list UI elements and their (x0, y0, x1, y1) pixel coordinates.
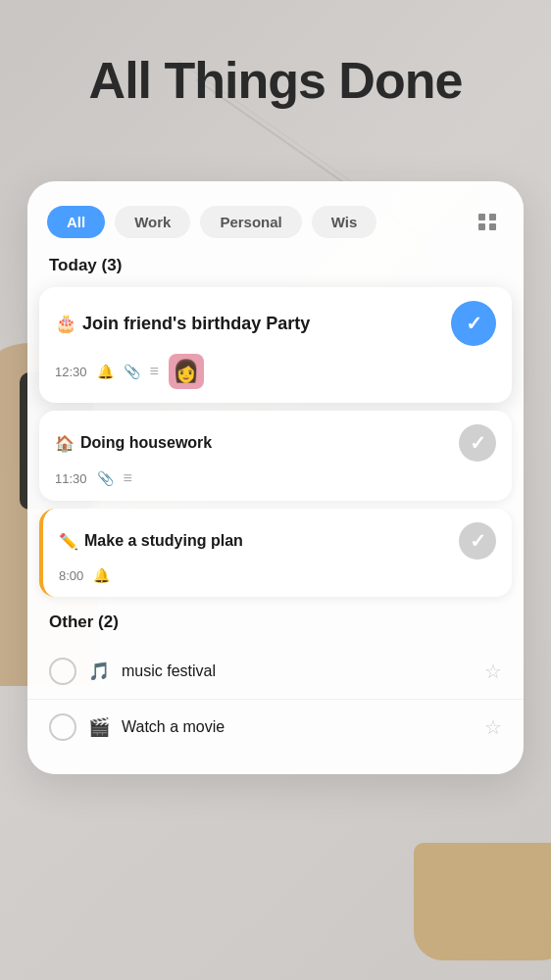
grid-dot (478, 223, 485, 230)
attachment-icon-2: 📎 (97, 470, 114, 486)
task-2-title: 🏠 Doing housework (55, 434, 212, 453)
task-1-title: 🎂 Join friend's birthday Party (55, 313, 310, 334)
bell-icon-1: 🔔 (97, 364, 114, 379)
other-item-2-star[interactable]: ☆ (484, 715, 502, 739)
task-3-title-row: ✏️ Make a studying plan ✓ (59, 522, 496, 560)
other-section-header: Other (2) (27, 612, 524, 632)
task-3-title: ✏️ Make a studying plan (59, 532, 243, 551)
task-1-thumbnail: 👩 (169, 354, 204, 389)
grid-dot (489, 214, 496, 220)
task-1-complete-button[interactable]: ✓ (451, 301, 496, 346)
app-title: All Things Done (0, 51, 551, 110)
task-2-time: 11:30 (55, 471, 87, 486)
other-item-1-star[interactable]: ☆ (484, 660, 502, 683)
check-icon-2: ✓ (470, 431, 486, 455)
task-3-emoji: ✏️ (59, 532, 78, 551)
main-card: All Work Personal Wis Today (3) 🎂 Join f… (27, 181, 524, 774)
task-2-emoji: 🏠 (55, 434, 75, 453)
other-item-2: 🎬 Watch a movie ☆ (27, 700, 524, 755)
other-item-1-label: music festival (122, 662, 473, 680)
tab-wis[interactable]: Wis (312, 206, 377, 238)
task-3-time: 8:00 (59, 568, 83, 583)
task-2-complete-button[interactable]: ✓ (459, 424, 496, 462)
list-icon-1: ≡ (150, 363, 159, 380)
task-3-complete-button[interactable]: ✓ (459, 522, 496, 560)
task-2-meta: 11:30 📎 ≡ (55, 469, 496, 487)
task-item-2: 🏠 Doing housework ✓ 11:30 📎 ≡ (39, 411, 512, 501)
list-icon-2: ≡ (124, 469, 132, 487)
section-divider (27, 605, 524, 612)
task-3-meta: 8:00 🔔 (59, 567, 496, 583)
other-item-1: 🎵 music festival ☆ (27, 644, 524, 700)
task-1-title-row: 🎂 Join friend's birthday Party ✓ (55, 301, 496, 346)
grid-dot (478, 214, 485, 220)
other-item-2-emoji: 🎬 (88, 716, 110, 738)
category-tabs: All Work Personal Wis (27, 205, 524, 238)
task-item-3: ✏️ Make a studying plan ✓ 8:00 🔔 (39, 509, 512, 597)
other-item-2-check[interactable] (49, 713, 76, 741)
task-1-time: 12:30 (55, 365, 87, 379)
today-section-header: Today (3) (27, 256, 524, 275)
grid-dot (489, 223, 496, 230)
task-item-1: 🎂 Join friend's birthday Party ✓ 12:30 🔔… (39, 287, 512, 403)
attachment-icon-1: 📎 (124, 364, 140, 379)
tab-work[interactable]: Work (115, 206, 190, 238)
other-item-1-check[interactable] (49, 658, 76, 685)
other-item-2-label: Watch a movie (122, 718, 473, 736)
task-1-meta: 12:30 🔔 📎 ≡ 👩 (55, 354, 496, 389)
check-icon: ✓ (466, 312, 482, 335)
bell-icon-3: 🔔 (93, 567, 110, 583)
tab-all[interactable]: All (47, 206, 105, 238)
task-2-title-row: 🏠 Doing housework ✓ (55, 424, 496, 462)
other-item-1-emoji: 🎵 (88, 661, 110, 682)
grid-icon (478, 214, 496, 230)
bg-basket (414, 843, 551, 960)
tab-personal[interactable]: Personal (200, 206, 301, 238)
check-icon-3: ✓ (470, 529, 486, 553)
task-1-emoji: 🎂 (55, 313, 76, 334)
grid-view-button[interactable] (471, 205, 504, 238)
